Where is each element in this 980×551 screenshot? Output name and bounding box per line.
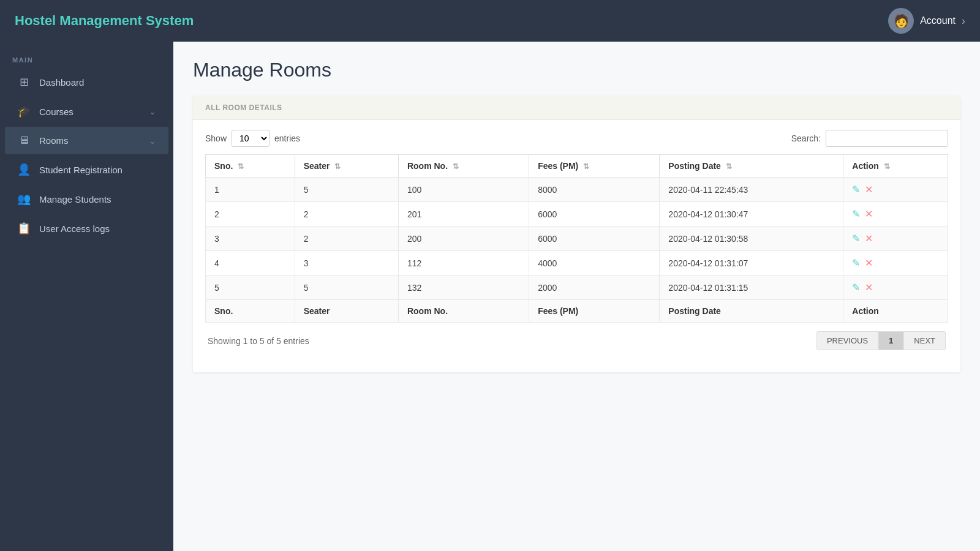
cell-sno: 4	[206, 251, 295, 276]
cell-posting-date: 2020-04-12 01:31:07	[660, 251, 843, 276]
chevron-down-icon: ⌄	[149, 107, 156, 116]
cell-room-no: 100	[398, 178, 529, 202]
entries-select[interactable]: 10 25 50 100	[232, 130, 270, 147]
navbar: Hostel Management System 🧑 Account ›	[0, 0, 980, 42]
sidebar-item-label: Dashboard	[39, 77, 156, 88]
sidebar-item-label: Courses	[39, 107, 140, 117]
edit-icon[interactable]: ✎	[852, 208, 860, 220]
edit-icon[interactable]: ✎	[852, 233, 860, 244]
cell-sno: 2	[206, 202, 295, 227]
cell-seater: 2	[295, 227, 398, 251]
delete-icon[interactable]: ✕	[865, 257, 873, 269]
search-input[interactable]	[826, 130, 948, 147]
cell-fees: 8000	[529, 178, 660, 202]
sidebar-item-label: User Access logs	[39, 223, 156, 234]
cell-posting-date: 2020-04-11 22:45:43	[660, 178, 843, 202]
cell-sno: 1	[206, 178, 295, 202]
footer-action: Action	[843, 300, 948, 323]
cell-seater: 5	[295, 178, 398, 202]
search-label: Search:	[791, 133, 821, 143]
card-header: ALL ROOM DETAILS	[193, 96, 960, 120]
cell-room-no: 132	[398, 276, 529, 300]
table-row: 3 2 200 6000 2020-04-12 01:30:58 ✎ ✕	[206, 227, 948, 251]
footer-room-no: Room No.	[398, 300, 529, 323]
pagination: PREVIOUS 1 NEXT	[816, 331, 946, 350]
edit-icon[interactable]: ✎	[852, 184, 860, 195]
table-row: 4 3 112 4000 2020-04-12 01:31:07 ✎ ✕	[206, 251, 948, 276]
cell-fees: 6000	[529, 202, 660, 227]
cell-sno: 3	[206, 227, 295, 251]
show-label: Show	[205, 133, 227, 143]
col-seater[interactable]: Seater ⇅	[295, 155, 398, 178]
delete-icon[interactable]: ✕	[865, 282, 873, 293]
sidebar-item-label: Rooms	[39, 135, 140, 146]
sort-icon: ⇅	[334, 162, 341, 171]
cell-room-no: 112	[398, 251, 529, 276]
app-title[interactable]: Hostel Management System	[15, 13, 194, 29]
dashboard-icon: ⊞	[17, 75, 31, 89]
cell-sno: 5	[206, 276, 295, 300]
courses-icon: 🎓	[17, 105, 31, 118]
cell-room-no: 200	[398, 227, 529, 251]
delete-icon[interactable]: ✕	[865, 208, 873, 220]
account-menu[interactable]: 🧑 Account ›	[888, 8, 965, 34]
footer-fees: Fees (PM)	[529, 300, 660, 323]
cell-action: ✎ ✕	[843, 227, 948, 251]
cell-posting-date: 2020-04-12 01:31:15	[660, 276, 843, 300]
table-controls: Show 10 25 50 100 entries Search:	[205, 130, 948, 147]
delete-icon[interactable]: ✕	[865, 233, 873, 244]
student-registration-icon: 👤	[17, 163, 31, 176]
entries-info: Showing 1 to 5 of 5 entries	[208, 336, 309, 346]
footer-posting-date: Posting Date	[660, 300, 843, 323]
col-room-no[interactable]: Room No. ⇅	[398, 155, 529, 178]
sidebar-item-dashboard[interactable]: ⊞ Dashboard	[5, 68, 168, 96]
sort-icon: ⇅	[726, 162, 732, 171]
cell-seater: 2	[295, 202, 398, 227]
sidebar-item-rooms[interactable]: 🖥 Rooms ⌄	[5, 127, 168, 154]
chevron-down-icon: ›	[962, 15, 965, 28]
search-box: Search:	[791, 130, 948, 147]
cell-posting-date: 2020-04-12 01:30:58	[660, 227, 843, 251]
sidebar-item-user-access-logs[interactable]: 📋 User Access logs	[5, 214, 168, 242]
cell-action: ✎ ✕	[843, 178, 948, 202]
sidebar-item-student-registration[interactable]: 👤 Student Registration	[5, 156, 168, 184]
sidebar-section-main: MAIN	[0, 51, 173, 67]
edit-icon[interactable]: ✎	[852, 257, 860, 269]
show-entries: Show 10 25 50 100 entries	[205, 130, 300, 147]
col-posting-date[interactable]: Posting Date ⇅	[660, 155, 843, 178]
account-label: Account	[920, 15, 956, 26]
rooms-table: Sno. ⇅ Seater ⇅ Room No. ⇅ Fees (PM) ⇅ P…	[205, 154, 948, 323]
col-sno[interactable]: Sno. ⇅	[206, 155, 295, 178]
table-row: 2 2 201 6000 2020-04-12 01:30:47 ✎ ✕	[206, 202, 948, 227]
cell-action: ✎ ✕	[843, 251, 948, 276]
rooms-card: ALL ROOM DETAILS Show 10 25 50 100 entri…	[193, 96, 960, 372]
cell-posting-date: 2020-04-12 01:30:47	[660, 202, 843, 227]
sort-icon: ⇅	[884, 162, 890, 171]
rooms-icon: 🖥	[17, 134, 31, 147]
entries-label: entries	[274, 133, 300, 143]
main-content: Manage Rooms ALL ROOM DETAILS Show 10 25…	[173, 42, 980, 551]
sort-icon: ⇅	[583, 162, 589, 171]
page-title: Manage Rooms	[193, 59, 960, 81]
card-body: Show 10 25 50 100 entries Search:	[193, 120, 960, 360]
page-1-button[interactable]: 1	[878, 331, 903, 350]
footer-seater: Seater	[295, 300, 398, 323]
sidebar-item-label: Student Registration	[39, 165, 156, 175]
col-action[interactable]: Action ⇅	[843, 155, 948, 178]
footer-sno: Sno.	[206, 300, 295, 323]
col-fees[interactable]: Fees (PM) ⇅	[529, 155, 660, 178]
previous-button[interactable]: PREVIOUS	[816, 331, 878, 350]
chevron-down-icon: ⌄	[149, 136, 156, 146]
edit-icon[interactable]: ✎	[852, 282, 860, 293]
delete-icon[interactable]: ✕	[865, 184, 873, 195]
cell-fees: 2000	[529, 276, 660, 300]
next-button[interactable]: NEXT	[903, 331, 946, 350]
manage-students-icon: 👥	[17, 192, 31, 206]
layout: MAIN ⊞ Dashboard 🎓 Courses ⌄ 🖥 Rooms ⌄ 👤…	[0, 42, 980, 551]
table-row: 1 5 100 8000 2020-04-11 22:45:43 ✎ ✕	[206, 178, 948, 202]
sidebar-item-manage-students[interactable]: 👥 Manage Students	[5, 185, 168, 213]
sidebar-item-courses[interactable]: 🎓 Courses ⌄	[5, 97, 168, 126]
avatar: 🧑	[888, 8, 914, 34]
sort-icon: ⇅	[238, 162, 244, 171]
table-row: 5 5 132 2000 2020-04-12 01:31:15 ✎ ✕	[206, 276, 948, 300]
